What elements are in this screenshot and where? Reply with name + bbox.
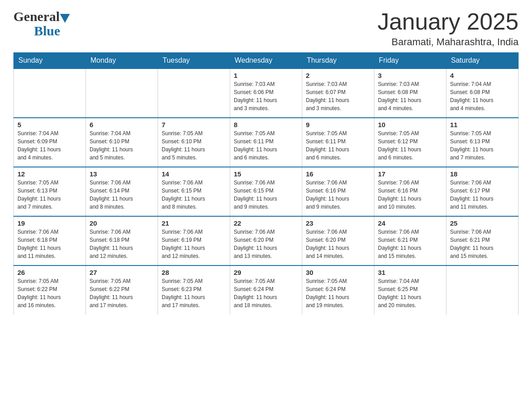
day-info: Sunrise: 7:06 AM Sunset: 6:20 PM Dayligh… bbox=[234, 228, 298, 260]
day-number: 24 bbox=[378, 219, 442, 227]
day-info: Sunrise: 7:06 AM Sunset: 6:20 PM Dayligh… bbox=[306, 228, 370, 260]
calendar-cell: 26Sunrise: 7:05 AM Sunset: 6:22 PM Dayli… bbox=[14, 265, 86, 315]
header-friday: Friday bbox=[374, 53, 446, 69]
day-info: Sunrise: 7:06 AM Sunset: 6:15 PM Dayligh… bbox=[234, 179, 298, 211]
day-number: 23 bbox=[306, 219, 370, 227]
day-number: 31 bbox=[378, 269, 442, 276]
day-number: 14 bbox=[162, 170, 226, 178]
calendar-cell: 14Sunrise: 7:06 AM Sunset: 6:15 PM Dayli… bbox=[158, 167, 230, 216]
calendar-cell bbox=[86, 68, 158, 118]
day-number: 22 bbox=[234, 219, 298, 227]
calendar-cell: 17Sunrise: 7:06 AM Sunset: 6:16 PM Dayli… bbox=[374, 167, 446, 216]
day-info: Sunrise: 7:05 AM Sunset: 6:11 PM Dayligh… bbox=[234, 129, 298, 162]
day-info: Sunrise: 7:06 AM Sunset: 6:14 PM Dayligh… bbox=[90, 179, 154, 211]
page-title: January 2025 bbox=[378, 9, 519, 34]
calendar-cell: 9Sunrise: 7:05 AM Sunset: 6:11 PM Daylig… bbox=[302, 118, 374, 167]
header-monday: Monday bbox=[86, 53, 158, 69]
day-number: 28 bbox=[162, 269, 226, 276]
day-info: Sunrise: 7:05 AM Sunset: 6:24 PM Dayligh… bbox=[234, 277, 298, 309]
day-number: 26 bbox=[17, 269, 82, 276]
day-info: Sunrise: 7:06 AM Sunset: 6:21 PM Dayligh… bbox=[378, 228, 442, 260]
calendar-cell: 5Sunrise: 7:04 AM Sunset: 6:09 PM Daylig… bbox=[14, 118, 86, 167]
day-number: 7 bbox=[162, 121, 226, 128]
day-number: 4 bbox=[450, 72, 515, 79]
day-number: 17 bbox=[378, 170, 442, 178]
calendar-cell bbox=[158, 68, 230, 118]
calendar-cell: 15Sunrise: 7:06 AM Sunset: 6:15 PM Dayli… bbox=[230, 167, 302, 216]
day-number: 18 bbox=[450, 170, 515, 178]
week-row-3: 12Sunrise: 7:05 AM Sunset: 6:13 PM Dayli… bbox=[14, 167, 519, 216]
title-block: January 2025 Baramati, Maharashtra, Indi… bbox=[378, 9, 519, 48]
day-info: Sunrise: 7:05 AM Sunset: 6:10 PM Dayligh… bbox=[162, 129, 226, 162]
day-number: 25 bbox=[450, 219, 515, 227]
day-info: Sunrise: 7:03 AM Sunset: 6:08 PM Dayligh… bbox=[378, 80, 442, 112]
logo: General Blue bbox=[13, 9, 70, 39]
week-row-4: 19Sunrise: 7:06 AM Sunset: 6:18 PM Dayli… bbox=[14, 216, 519, 265]
day-info: Sunrise: 7:05 AM Sunset: 6:22 PM Dayligh… bbox=[17, 277, 82, 309]
day-number: 2 bbox=[306, 72, 370, 79]
day-info: Sunrise: 7:05 AM Sunset: 6:13 PM Dayligh… bbox=[17, 179, 82, 211]
day-info: Sunrise: 7:04 AM Sunset: 6:09 PM Dayligh… bbox=[17, 129, 82, 162]
calendar-cell: 20Sunrise: 7:06 AM Sunset: 6:18 PM Dayli… bbox=[86, 216, 158, 265]
day-info: Sunrise: 7:04 AM Sunset: 6:10 PM Dayligh… bbox=[90, 129, 154, 162]
day-info: Sunrise: 7:05 AM Sunset: 6:13 PM Dayligh… bbox=[450, 129, 515, 162]
day-info: Sunrise: 7:04 AM Sunset: 6:08 PM Dayligh… bbox=[450, 80, 515, 112]
day-number: 10 bbox=[378, 121, 442, 128]
week-row-2: 5Sunrise: 7:04 AM Sunset: 6:09 PM Daylig… bbox=[14, 118, 519, 167]
week-row-1: 1Sunrise: 7:03 AM Sunset: 6:06 PM Daylig… bbox=[14, 68, 519, 118]
day-info: Sunrise: 7:05 AM Sunset: 6:11 PM Dayligh… bbox=[306, 129, 370, 162]
calendar-cell: 2Sunrise: 7:03 AM Sunset: 6:07 PM Daylig… bbox=[302, 68, 374, 118]
day-info: Sunrise: 7:06 AM Sunset: 6:18 PM Dayligh… bbox=[90, 228, 154, 260]
day-number: 20 bbox=[90, 219, 154, 227]
calendar-cell: 16Sunrise: 7:06 AM Sunset: 6:16 PM Dayli… bbox=[302, 167, 374, 216]
calendar-cell: 29Sunrise: 7:05 AM Sunset: 6:24 PM Dayli… bbox=[230, 265, 302, 315]
logo-general: General bbox=[13, 9, 60, 24]
day-info: Sunrise: 7:03 AM Sunset: 6:07 PM Dayligh… bbox=[306, 80, 370, 112]
calendar-cell bbox=[14, 68, 86, 118]
day-number: 5 bbox=[17, 121, 82, 128]
page-subtitle: Baramati, Maharashtra, India bbox=[378, 36, 519, 48]
day-info: Sunrise: 7:05 AM Sunset: 6:12 PM Dayligh… bbox=[378, 129, 442, 162]
day-number: 21 bbox=[162, 219, 226, 227]
calendar-table: SundayMondayTuesdayWednesdayThursdayFrid… bbox=[13, 52, 519, 315]
day-info: Sunrise: 7:06 AM Sunset: 6:19 PM Dayligh… bbox=[162, 228, 226, 260]
day-info: Sunrise: 7:06 AM Sunset: 6:16 PM Dayligh… bbox=[306, 179, 370, 211]
header-sunday: Sunday bbox=[14, 53, 86, 69]
day-info: Sunrise: 7:05 AM Sunset: 6:24 PM Dayligh… bbox=[306, 277, 370, 309]
header-wednesday: Wednesday bbox=[230, 53, 302, 69]
logo-blue: Blue bbox=[34, 23, 60, 39]
day-info: Sunrise: 7:06 AM Sunset: 6:21 PM Dayligh… bbox=[450, 228, 515, 260]
day-number: 13 bbox=[90, 170, 154, 178]
day-number: 3 bbox=[378, 72, 442, 79]
calendar-cell bbox=[446, 265, 519, 315]
day-number: 16 bbox=[306, 170, 370, 178]
day-info: Sunrise: 7:05 AM Sunset: 6:22 PM Dayligh… bbox=[90, 277, 154, 309]
calendar-cell: 10Sunrise: 7:05 AM Sunset: 6:12 PM Dayli… bbox=[374, 118, 446, 167]
page-header: General Blue January 2025 Baramati, Maha… bbox=[13, 9, 519, 48]
calendar-cell: 28Sunrise: 7:05 AM Sunset: 6:23 PM Dayli… bbox=[158, 265, 230, 315]
calendar-cell: 27Sunrise: 7:05 AM Sunset: 6:22 PM Dayli… bbox=[86, 265, 158, 315]
calendar-cell: 21Sunrise: 7:06 AM Sunset: 6:19 PM Dayli… bbox=[158, 216, 230, 265]
calendar-cell: 13Sunrise: 7:06 AM Sunset: 6:14 PM Dayli… bbox=[86, 167, 158, 216]
day-number: 15 bbox=[234, 170, 298, 178]
day-number: 8 bbox=[234, 121, 298, 128]
calendar-cell: 11Sunrise: 7:05 AM Sunset: 6:13 PM Dayli… bbox=[446, 118, 519, 167]
day-number: 19 bbox=[17, 219, 82, 227]
header-saturday: Saturday bbox=[446, 53, 519, 69]
day-info: Sunrise: 7:06 AM Sunset: 6:17 PM Dayligh… bbox=[450, 179, 515, 211]
day-number: 11 bbox=[450, 121, 515, 128]
day-info: Sunrise: 7:05 AM Sunset: 6:23 PM Dayligh… bbox=[162, 277, 226, 309]
header-tuesday: Tuesday bbox=[158, 53, 230, 69]
calendar-cell: 18Sunrise: 7:06 AM Sunset: 6:17 PM Dayli… bbox=[446, 167, 519, 216]
day-number: 6 bbox=[90, 121, 154, 128]
day-number: 1 bbox=[234, 72, 298, 79]
day-number: 27 bbox=[90, 269, 154, 276]
day-info: Sunrise: 7:06 AM Sunset: 6:15 PM Dayligh… bbox=[162, 179, 226, 211]
day-info: Sunrise: 7:06 AM Sunset: 6:18 PM Dayligh… bbox=[17, 228, 82, 260]
header-thursday: Thursday bbox=[302, 53, 374, 69]
day-number: 9 bbox=[306, 121, 370, 128]
calendar-cell: 3Sunrise: 7:03 AM Sunset: 6:08 PM Daylig… bbox=[374, 68, 446, 118]
day-info: Sunrise: 7:03 AM Sunset: 6:06 PM Dayligh… bbox=[234, 80, 298, 112]
calendar-cell: 30Sunrise: 7:05 AM Sunset: 6:24 PM Dayli… bbox=[302, 265, 374, 315]
calendar-cell: 25Sunrise: 7:06 AM Sunset: 6:21 PM Dayli… bbox=[446, 216, 519, 265]
